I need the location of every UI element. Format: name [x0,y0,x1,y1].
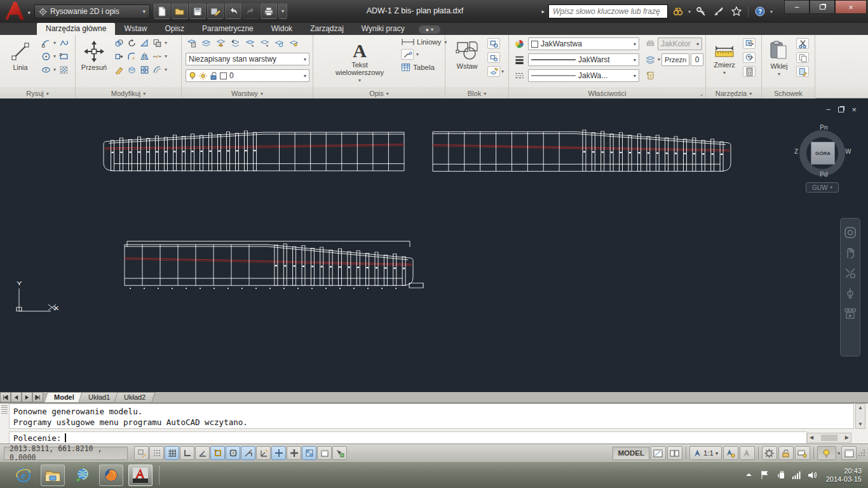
viewcube-south-label[interactable]: Pd [820,171,828,178]
linear-dimension-button[interactable]: Liniowy ▾ [401,38,448,46]
chevron-down-icon[interactable]: ▾ [52,53,57,59]
taskbar-clock[interactable]: 20:43 2014-03-15 [826,467,862,484]
workspace-settings-button[interactable] [762,446,777,460]
lineweight-dropdown[interactable]: JakWarst▾ [528,53,639,66]
orbit-icon[interactable] [844,287,857,300]
auto-annotation-button[interactable] [740,446,755,460]
drawing-close-button[interactable]: × [851,105,857,114]
toggle-snap-mode[interactable] [149,446,164,460]
minimize-button[interactable]: − [784,0,810,14]
exchange-apps-button[interactable] [711,4,726,19]
network-signal-icon[interactable] [792,470,801,480]
layer-off-button[interactable] [287,37,300,48]
viewcube-east-label[interactable]: W [845,148,851,155]
layer-state-dropdown[interactable]: Niezapisany stan warstwy▾ [186,53,309,65]
tab-widok[interactable]: Widok [262,23,301,35]
fillet-button[interactable] [125,51,138,62]
plot-style-icon-button[interactable] [644,38,656,49]
hatch-button[interactable] [57,64,70,75]
layer-freeze-button[interactable] [273,37,285,48]
help-button[interactable]: ? [752,4,768,19]
toggle-selection-cycling[interactable] [332,446,347,460]
taskbar-firefox[interactable] [99,464,123,486]
toggle-quick-properties[interactable] [317,446,332,460]
toggle-dynamic-input[interactable] [271,446,286,460]
sign-in-button[interactable] [693,4,709,19]
transparency-value[interactable]: 0 [691,53,703,66]
chevron-down-icon[interactable]: ▾ [163,40,168,46]
chevron-down-icon[interactable]: ▾ [52,67,57,72]
copy-button[interactable] [112,37,125,48]
chevron-down-icon[interactable]: ▾ [688,9,691,15]
zoom-extents-icon[interactable] [844,267,857,280]
line-button[interactable]: Linia [4,36,37,88]
array-button[interactable] [138,64,151,75]
last-layout-button[interactable] [32,392,43,402]
tab-opisz[interactable]: Opisz [156,23,193,35]
navigation-wheel-icon[interactable] [844,226,857,239]
select-similar-button[interactable] [743,52,756,63]
quick-view-layouts-button[interactable] [651,446,666,460]
new-file-button[interactable] [154,3,170,19]
drawing-canvas[interactable]: Y X − × Pn Pd Z W GÓRA GUW▾ [0,98,868,392]
paste-special-button[interactable] [796,66,809,77]
circle-button[interactable] [39,51,52,62]
command-horizontal-scrollbar[interactable]: ◀▶ [807,433,851,443]
taskbar-autocad[interactable] [128,464,153,486]
create-block-button[interactable] [487,38,500,49]
linetype-dropdown[interactable]: JakWa...▾ [528,69,639,82]
command-window[interactable]: Ponowne generowanie modelu. Programy usł… [0,402,868,444]
lineweight-icon-button[interactable] [513,54,526,65]
chevron-down-icon[interactable]: ▾ [415,51,420,57]
layer-dropdown[interactable]: 0▾ [186,69,309,82]
infocenter-collapse-arrow[interactable]: ▸ [541,8,545,15]
favorites-button[interactable] [729,4,744,19]
panel-expand-icon[interactable]: ⌟ [700,90,703,97]
scrollbar-thumb[interactable] [821,435,837,441]
color-wheel-button[interactable] [513,38,526,49]
command-input-line[interactable]: Polecenie: [9,431,807,444]
layout-tab-uklad1[interactable]: Układ1 [78,392,119,402]
command-history[interactable]: Ponowne generowanie modelu. Programy usł… [9,403,854,429]
close-button[interactable]: × [835,0,867,14]
chevron-down-icon[interactable]: ▾ [500,69,505,74]
command-vertical-scrollbar[interactable]: ▲▼ [855,403,865,429]
viewcube-top-face[interactable]: GÓRA [811,142,835,165]
insert-block-button[interactable]: Wstaw [451,36,484,88]
quick-select-button[interactable] [743,38,756,49]
toggle-ortho-mode[interactable] [180,446,194,460]
list-properties-button[interactable] [644,70,656,81]
toggle-object-snap[interactable] [210,446,225,460]
clean-screen-button[interactable] [841,446,857,460]
taskbar-internet-explorer[interactable]: e [11,464,36,486]
undo-button[interactable] [225,3,241,19]
panel-label-opis[interactable]: Opis▾ [313,88,445,98]
object-color-dropdown[interactable]: JakWarstwa▾ [528,37,639,50]
toggle-object-snap-tracking[interactable] [241,446,255,460]
taskbar-globe-app[interactable] [70,464,94,486]
break-button[interactable] [151,51,163,62]
command-window-grip[interactable] [1,405,8,414]
ellipse-button[interactable] [39,64,52,75]
layer-states-button[interactable] [200,37,212,48]
toggle-lineweight[interactable] [287,446,301,460]
toggle-infer-constraints[interactable] [134,446,149,460]
tab-parametryczne[interactable]: Parametryczne [193,23,262,35]
cut-button[interactable] [796,38,809,49]
viewcube-ucs-button[interactable]: GUW▾ [806,182,839,193]
chevron-down-icon[interactable]: ▾ [52,40,57,46]
quick-calc-button[interactable] [743,66,756,77]
leader-button[interactable]: ▾ [401,49,448,60]
previous-layout-button[interactable] [11,392,22,402]
model-space-button[interactable]: MODEL [613,447,649,460]
layer-unisolate-button[interactable] [258,37,271,48]
drawing-minimize-button[interactable]: − [826,105,831,114]
redo-button[interactable] [243,3,259,19]
hidden-icons-arrow[interactable] [744,470,754,480]
search-input[interactable] [548,4,668,18]
workspace-switcher[interactable]: Rysowanie 2D i opis ▾ [34,4,150,18]
stretch-button[interactable] [112,51,125,62]
measure-button[interactable]: Zmierz ▾ [709,36,740,88]
maximize-button[interactable] [810,0,835,14]
app-menu-button[interactable]: ▾ [3,1,31,22]
